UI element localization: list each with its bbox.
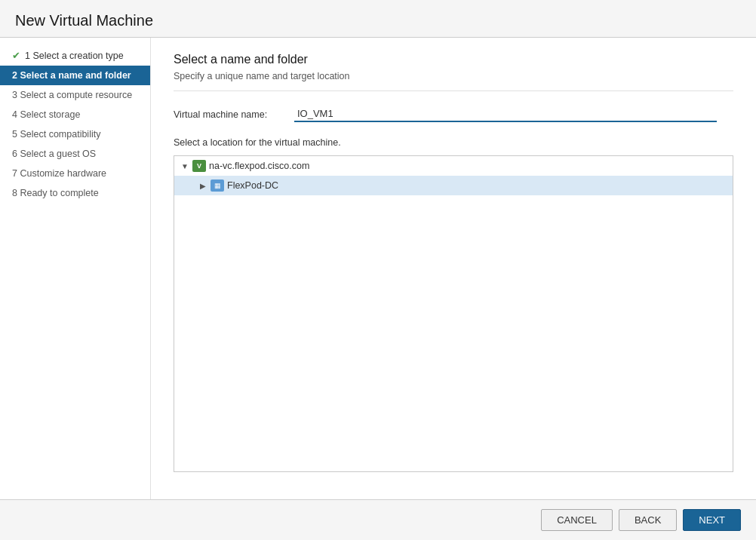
vm-name-input[interactable] [294,106,717,122]
sidebar-step3-label: 3 Select a compute resource [12,90,132,100]
sidebar-step4-label: 4 Select storage [12,109,80,120]
sidebar-item-step7[interactable]: 7 Customize hardware [0,164,150,183]
sidebar-step6-label: 6 Select a guest OS [12,149,96,159]
sidebar-step8-label: 8 Ready to complete [12,188,99,198]
location-label: Select a location for the virtual machin… [174,137,733,148]
sidebar-item-step1[interactable]: ✔ 1 Select a creation type [0,45,150,66]
page-title: New Virtual Machine [0,0,756,38]
child-chevron-icon [198,182,207,190]
sidebar-item-step4[interactable]: 4 Select storage [0,105,150,124]
sidebar-step2-label: 2 Select a name and folder [12,70,131,81]
sidebar-item-step6[interactable]: 6 Select a guest OS [0,144,150,164]
sidebar-step7-label: 7 Customize hardware [12,168,106,179]
folder-tree: na-vc.flexpod.cisco.com FlexPod-DC [174,155,733,472]
vm-name-row: Virtual machine name: [174,106,733,122]
next-button[interactable]: NEXT [683,509,741,531]
check-icon: ✔ [12,50,20,61]
footer: CANCEL BACK NEXT [0,499,756,540]
sidebar-item-step2[interactable]: 2 Select a name and folder [0,66,150,85]
vm-name-label: Virtual machine name: [174,109,294,120]
section-subtitle: Specify a unique name and target locatio… [174,71,733,91]
vcenter-icon [192,160,206,172]
back-button[interactable]: BACK [619,509,677,531]
root-chevron-icon [180,162,189,170]
root-label: na-vc.flexpod.cisco.com [209,161,309,171]
tree-child-item[interactable]: FlexPod-DC [174,176,733,195]
cancel-button[interactable]: CANCEL [541,509,613,531]
section-title: Select a name and folder [174,53,733,66]
sidebar-step5-label: 5 Select compatibility [12,129,100,140]
sidebar-item-step3[interactable]: 3 Select a compute resource [0,85,150,105]
child-label: FlexPod-DC [227,180,278,191]
sidebar-item-step8[interactable]: 8 Ready to complete [0,183,150,203]
sidebar: ✔ 1 Select a creation type 2 Select a na… [0,38,151,499]
sidebar-step1-label: 1 Select a creation type [25,51,124,61]
sidebar-item-step5[interactable]: 5 Select compatibility [0,124,150,144]
tree-root-item[interactable]: na-vc.flexpod.cisco.com [174,156,733,176]
right-panel: Select a name and folder Specify a uniqu… [151,38,756,499]
datacenter-icon [211,179,224,192]
